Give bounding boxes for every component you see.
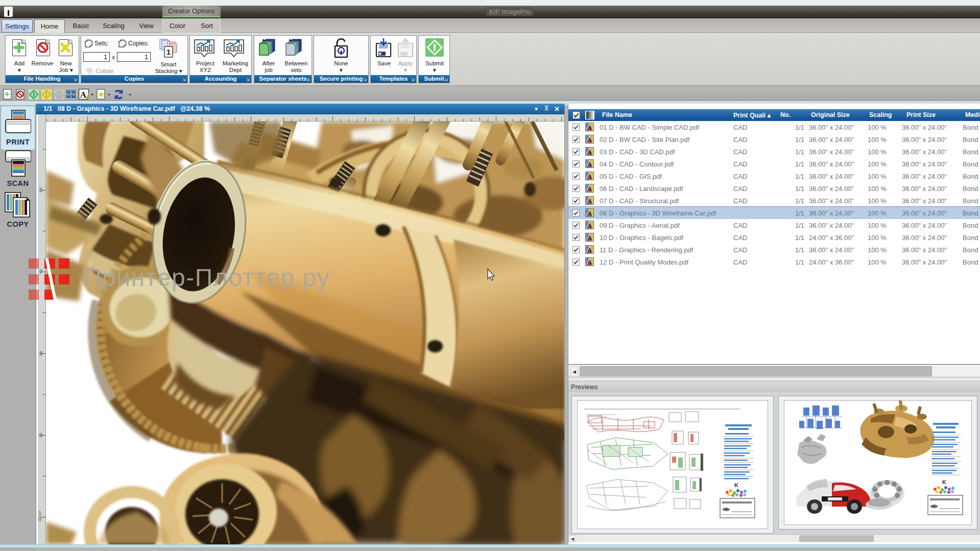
- svg-text:8: 8: [39, 350, 42, 356]
- svg-text:6: 6: [39, 187, 42, 193]
- svg-text:K: K: [942, 479, 946, 485]
- svg-text:A: A: [80, 90, 87, 100]
- svg-text:1: 1: [166, 47, 171, 56]
- svg-text:7: 7: [39, 269, 42, 275]
- svg-text:0: 0: [38, 516, 41, 522]
- svg-text:K: K: [734, 482, 738, 488]
- svg-text:9: 9: [39, 432, 42, 438]
